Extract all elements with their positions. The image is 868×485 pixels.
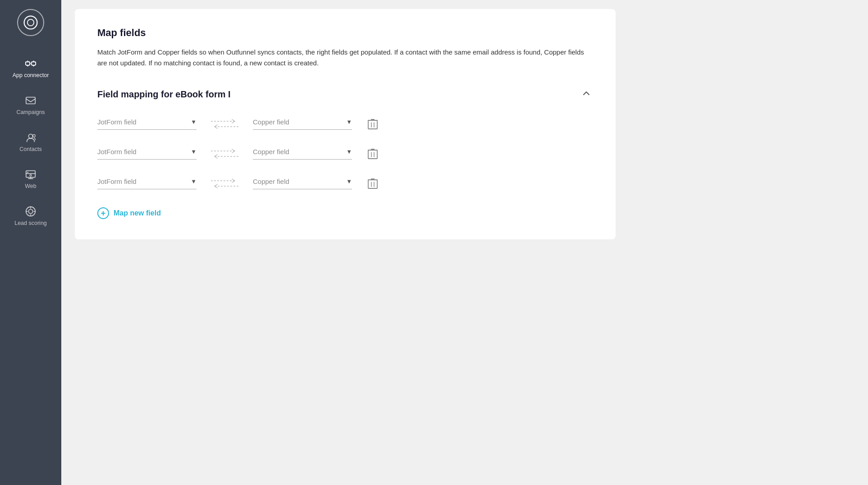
svg-point-8 <box>27 172 28 173</box>
sidebar-item-app-connector-label: App connector <box>13 72 49 78</box>
svg-rect-4 <box>26 97 35 104</box>
jotform-field-select-1[interactable]: JotForm field ▼ <box>97 118 196 130</box>
plus-circle-icon: + <box>97 207 109 219</box>
map-new-field-label: Map new field <box>114 209 161 217</box>
sidebar-item-contacts[interactable]: Contacts <box>0 124 61 160</box>
bidirectional-arrow-3 <box>210 177 239 190</box>
delete-row-button-3[interactable] <box>365 175 380 192</box>
logo <box>17 9 44 36</box>
collapse-button[interactable] <box>580 87 593 102</box>
svg-rect-3 <box>32 62 36 65</box>
bidirectional-arrow-1 <box>210 117 239 131</box>
chevron-down-icon: ▼ <box>191 178 196 185</box>
svg-rect-19 <box>368 150 377 159</box>
arrow-connector-2 <box>210 147 239 160</box>
chevron-down-icon: ▼ <box>191 148 196 155</box>
copper-field-select-2[interactable]: Copper field ▼ <box>253 148 352 160</box>
delete-row-button-1[interactable] <box>365 116 380 132</box>
lead-scoring-icon <box>25 206 37 217</box>
field-mapping-section: Field mapping for eBook form I JotForm f… <box>97 87 593 221</box>
jotform-field-select-3[interactable]: JotForm field ▼ <box>97 178 196 189</box>
jotform-field-select-2[interactable]: JotForm field ▼ <box>97 148 196 160</box>
svg-point-1 <box>27 19 34 26</box>
copper-field-select-3[interactable]: Copper field ▼ <box>253 178 352 189</box>
chevron-up-icon <box>582 89 591 98</box>
sidebar-item-web-label: Web <box>25 183 36 189</box>
sidebar-item-lead-scoring-label: Lead scoring <box>14 220 47 226</box>
arrow-connector-1 <box>210 117 239 131</box>
jotform-field-label-2: JotForm field <box>97 148 188 156</box>
logo-icon <box>23 14 39 31</box>
contacts-icon <box>25 132 37 143</box>
table-row: JotForm field ▼ Copper field ▼ <box>97 146 593 162</box>
sidebar: App connector Campaigns Contacts Web <box>0 0 61 485</box>
copper-field-select-1[interactable]: Copper field ▼ <box>253 118 352 130</box>
bidirectional-arrow-2 <box>210 147 239 160</box>
chevron-down-icon: ▼ <box>346 178 352 185</box>
svg-rect-2 <box>26 62 30 65</box>
sidebar-item-web[interactable]: Web <box>0 160 61 197</box>
copper-field-label-1: Copper field <box>253 118 344 126</box>
delete-row-button-2[interactable] <box>365 146 380 162</box>
arrow-connector-3 <box>210 177 239 190</box>
svg-point-11 <box>28 209 32 213</box>
map-fields-card: Map fields Match JotForm and Copper fiel… <box>75 9 616 239</box>
svg-point-0 <box>24 16 37 29</box>
sidebar-item-campaigns[interactable]: Campaigns <box>0 87 61 124</box>
jotform-field-label-1: JotForm field <box>97 118 188 126</box>
sidebar-item-app-connector[interactable]: App connector <box>0 50 61 87</box>
sidebar-item-lead-scoring[interactable]: Lead scoring <box>0 197 61 234</box>
trash-icon <box>368 118 378 130</box>
section-header: Field mapping for eBook form I <box>97 87 593 102</box>
campaigns-icon <box>25 95 37 106</box>
main-content: Map fields Match JotForm and Copper fiel… <box>61 0 868 485</box>
chevron-down-icon: ▼ <box>191 119 196 125</box>
chevron-down-icon: ▼ <box>346 148 352 155</box>
svg-point-9 <box>30 174 32 176</box>
sidebar-item-campaigns-label: Campaigns <box>16 109 45 115</box>
trash-icon <box>368 148 378 160</box>
trash-icon <box>368 178 378 189</box>
section-title: Field mapping for eBook form I <box>97 89 231 100</box>
map-fields-description: Match JotForm and Copper fields so when … <box>97 47 593 69</box>
app-connector-icon <box>25 58 37 69</box>
table-row: JotForm field ▼ Copper field ▼ <box>97 175 593 192</box>
sidebar-item-contacts-label: Contacts <box>19 146 41 152</box>
copper-field-label-2: Copper field <box>253 148 344 156</box>
map-new-field-button[interactable]: + Map new field <box>97 205 161 221</box>
table-row: JotForm field ▼ Copper field ▼ <box>97 116 593 132</box>
chevron-down-icon: ▼ <box>346 119 352 125</box>
field-mapping-rows: JotForm field ▼ Copper field ▼ <box>97 116 593 192</box>
svg-rect-24 <box>368 180 377 188</box>
copper-field-label-3: Copper field <box>253 178 344 185</box>
jotform-field-label-3: JotForm field <box>97 178 188 185</box>
map-fields-title: Map fields <box>97 27 593 39</box>
svg-rect-14 <box>368 120 377 129</box>
svg-point-5 <box>28 134 32 138</box>
web-icon <box>25 169 37 180</box>
